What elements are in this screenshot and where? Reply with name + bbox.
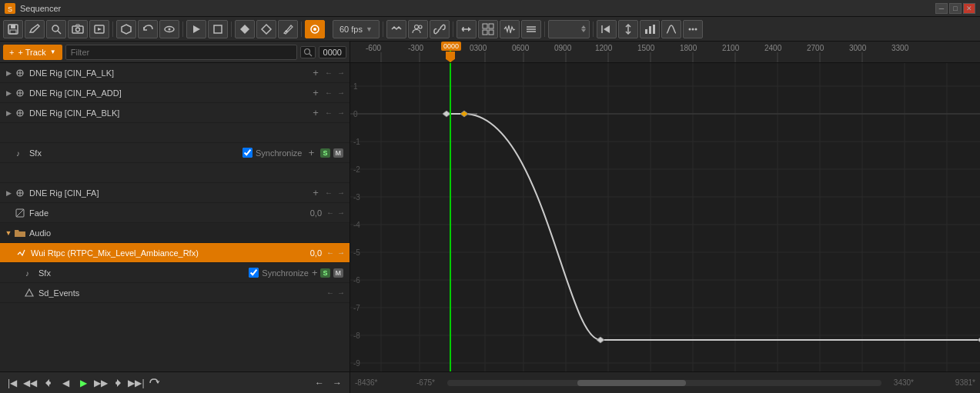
track-row-dne-fa[interactable]: ▶ DNE Rig [CIN_FA] + ← →: [0, 183, 350, 203]
object-btn[interactable]: [116, 20, 136, 38]
track-row-sfx2[interactable]: ▶ ♪ Sfx Synchronize + S M: [0, 263, 350, 283]
track-nav-blk[interactable]: ←: [323, 108, 334, 118]
camera-button[interactable]: [68, 20, 88, 38]
sync-checkbox-2[interactable]: [249, 268, 259, 278]
search-icon-btn[interactable]: [300, 46, 316, 58]
track-nav2-blk[interactable]: →: [336, 108, 346, 118]
track-nav2-lk[interactable]: →: [336, 68, 346, 78]
svg-text:-2: -2: [353, 165, 360, 174]
track-add-lk[interactable]: +: [309, 67, 322, 79]
sfx-add-1[interactable]: +: [305, 147, 317, 159]
track-name-sfx1: Sfx: [29, 148, 242, 158]
next-key-btn[interactable]: ▶▶|: [129, 375, 144, 391]
expand-arrow-fa[interactable]: ▶: [3, 188, 14, 198]
undo-btn[interactable]: [138, 20, 158, 38]
track-row-audio[interactable]: ▼ Audio: [0, 223, 350, 243]
render-btn[interactable]: [208, 20, 228, 38]
search-button[interactable]: [46, 20, 66, 38]
sfx-add-2[interactable]: +: [312, 267, 318, 278]
sdevents-nav[interactable]: ←: [325, 288, 336, 298]
play-btn[interactable]: [186, 20, 206, 38]
svg-rect-27: [483, 24, 487, 28]
track-row-dne-blk[interactable]: ▶ DNE Rig [CIN_FA_BLK] + ← →: [0, 103, 350, 123]
extra-btn[interactable]: [683, 20, 703, 38]
track-row-sd-events[interactable]: ▶ Sd_Events ← →: [0, 283, 350, 303]
keyframe-2[interactable]: [460, 111, 468, 117]
fade-nav[interactable]: ←: [325, 208, 336, 218]
main-layout: + + Track ▼ 0000 ▶ DNE Rig [CIN_FA_LK] +: [0, 42, 980, 393]
increment-btn[interactable]: [581, 25, 586, 28]
track-row-wui-rtpc[interactable]: Wui Rtpc (RTPC_Mix_Level_Ambiance_Rfx) 0…: [0, 243, 350, 263]
svg-text:-1: -1: [353, 138, 360, 146]
track-row-fade[interactable]: ▶ Fade 0,0 ← →: [0, 203, 350, 223]
wui-nav[interactable]: ←: [325, 248, 336, 258]
edit-button[interactable]: [25, 20, 45, 38]
fps-selector[interactable]: 60 fps ▼: [333, 20, 380, 38]
maximize-btn[interactable]: □: [949, 3, 962, 14]
track-list[interactable]: ▶ DNE Rig [CIN_FA_LK] + ← → ▶ DNE Rig [C…: [0, 63, 350, 371]
chart-btn[interactable]: [640, 20, 660, 38]
next-frame-btn[interactable]: [111, 375, 126, 391]
keyframe-1[interactable]: [443, 111, 450, 117]
scroll-current-pos: -675*: [416, 378, 435, 387]
track-nav2-fa[interactable]: →: [336, 188, 346, 198]
people-btn[interactable]: [408, 20, 428, 38]
audio-wave-btn[interactable]: [500, 20, 520, 38]
wui-nav2[interactable]: →: [336, 248, 346, 258]
diamond-outline-btn[interactable]: [256, 20, 276, 38]
horizontal-scrollbar[interactable]: [447, 380, 881, 386]
track-nav-lk[interactable]: ←: [323, 68, 334, 78]
play-transport-btn[interactable]: ▶: [75, 375, 91, 391]
numeric-input[interactable]: 10: [552, 20, 580, 38]
pen-btn[interactable]: [278, 20, 298, 38]
prev-key-btn[interactable]: ◀◀: [22, 375, 38, 391]
settings-btn[interactable]: [521, 20, 541, 38]
save-button[interactable]: [3, 20, 23, 38]
key-left-btn[interactable]: [457, 20, 477, 38]
filter-input[interactable]: [65, 45, 297, 60]
shuttle-right-btn[interactable]: →: [329, 375, 345, 391]
track-add-blk[interactable]: +: [309, 107, 322, 119]
scrollbar-thumb[interactable]: [577, 380, 686, 386]
snap-btn[interactable]: [386, 20, 406, 38]
pin-btn[interactable]: [305, 20, 325, 38]
track-add-add[interactable]: +: [309, 87, 322, 99]
diamond-btn[interactable]: [235, 20, 255, 38]
window-controls[interactable]: ─ □ ✕: [935, 3, 975, 14]
track-add-fa[interactable]: +: [309, 187, 322, 199]
sort-btn[interactable]: [618, 20, 638, 38]
track-nav-add[interactable]: ←: [323, 88, 334, 98]
track-row-sfx1[interactable]: ▶ ♪ Sfx Synchronize + S M: [0, 143, 350, 163]
snap-grid-btn[interactable]: [478, 20, 498, 38]
track-actions-lk: + ← →: [309, 67, 346, 79]
sdevents-nav2[interactable]: →: [336, 288, 346, 298]
prev-frame-btn[interactable]: [40, 375, 55, 391]
sep7: [544, 22, 545, 37]
film-button[interactable]: [89, 20, 109, 38]
track-nav2-add[interactable]: →: [336, 88, 346, 98]
add-track-button[interactable]: + + Track ▼: [3, 45, 62, 60]
track-nav-fa[interactable]: ←: [323, 188, 334, 198]
eye-btn[interactable]: [159, 20, 179, 38]
curve-area[interactable]: 1 0 -1 -2 -3 -4 -5 -6 -7 -8: [350, 63, 980, 371]
loop-btn[interactable]: [146, 375, 162, 391]
expand-arrow-lk[interactable]: ▶: [3, 68, 14, 78]
fade-nav2[interactable]: →: [336, 208, 346, 218]
track-row-dne-add[interactable]: ▶ DNE Rig [CIN_FA_ADD] + ← →: [0, 83, 350, 103]
track-row-dne-lk[interactable]: ▶ DNE Rig [CIN_FA_LK] + ← →: [0, 63, 350, 83]
expand-arrow-audio[interactable]: ▼: [3, 228, 14, 238]
minimize-btn[interactable]: ─: [935, 3, 948, 14]
step-back-btn[interactable]: ◀: [58, 375, 73, 391]
sync-checkbox-1[interactable]: [242, 148, 253, 158]
expand-arrow-blk[interactable]: ▶: [3, 108, 14, 118]
step-left-btn[interactable]: [597, 20, 617, 38]
link-btn[interactable]: [430, 20, 450, 38]
shuttle-left-btn[interactable]: ←: [312, 375, 327, 391]
keyframe-3[interactable]: [597, 337, 604, 343]
step-forward-btn[interactable]: ▶▶: [93, 375, 109, 391]
decrement-btn[interactable]: [581, 29, 586, 32]
close-btn[interactable]: ✕: [963, 3, 975, 14]
expand-arrow-add[interactable]: ▶: [3, 88, 14, 98]
go-start-btn[interactable]: |◀: [5, 375, 20, 391]
curve-btn[interactable]: [661, 20, 681, 38]
